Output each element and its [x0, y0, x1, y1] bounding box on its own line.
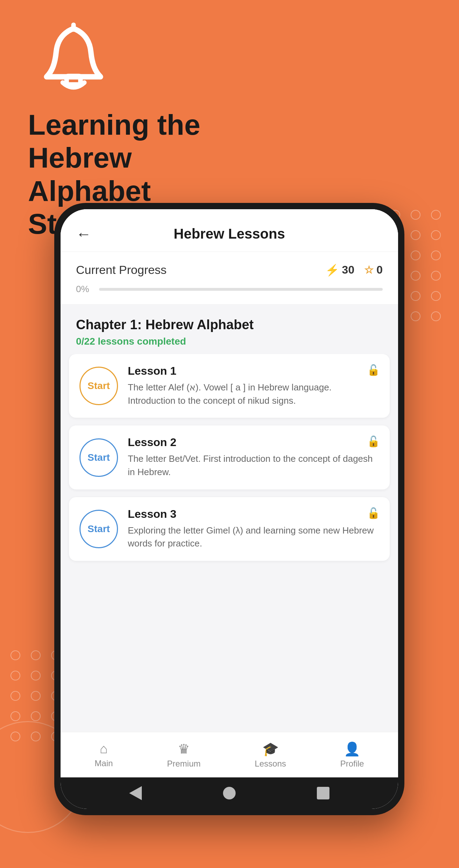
headline-line1: Learning the: [28, 109, 200, 141]
screen-title: Hebrew Lessons: [174, 226, 285, 242]
android-nav-bar: [61, 777, 398, 809]
progress-label: Current Progress: [76, 263, 167, 277]
progress-bar: [99, 288, 383, 291]
star-icon: ☆: [364, 264, 374, 276]
lesson-2-lock-icon: 🔓: [367, 435, 380, 447]
lesson-3-desc: Exploring the letter Gimel (λ) and learn…: [128, 524, 379, 550]
bottom-nav: ⌂ Main ♛ Premium 🎓 Lessons 👤 Profile: [61, 732, 398, 777]
nav-label-profile: Profile: [340, 759, 364, 769]
back-button[interactable]: ←: [76, 225, 91, 243]
chapter-section: Chapter 1: Hebrew Alphabet 0/22 lessons …: [61, 305, 398, 354]
lesson-1-desc: The letter Alef (א). Vowel [ a ] in Hebr…: [128, 381, 379, 407]
lesson-card-1: Start Lesson 1 The letter Alef (א). Vowe…: [69, 354, 390, 418]
phone-mockup: ← Hebrew Lessons Current Progress ⚡ 30: [54, 203, 404, 815]
bolt-icon: ⚡: [325, 263, 339, 277]
bell-icon: [35, 21, 112, 99]
profile-icon: 👤: [344, 741, 360, 757]
lesson-card-3: Start Lesson 3 Exploring the letter Gime…: [69, 497, 390, 561]
lesson-3-info: Lesson 3 Exploring the letter Gimel (λ) …: [128, 508, 379, 550]
nav-item-lessons[interactable]: 🎓 Lessons: [248, 738, 293, 772]
nav-label-main: Main: [95, 758, 113, 768]
lesson-3-title: Lesson 3: [128, 508, 379, 521]
screen-header: ← Hebrew Lessons: [61, 209, 398, 252]
lesson-1-title: Lesson 1: [128, 365, 379, 377]
home-icon: ⌂: [100, 741, 108, 756]
lesson-1-lock-icon: 🔓: [367, 364, 380, 376]
nav-label-lessons: Lessons: [255, 759, 286, 769]
nav-item-premium[interactable]: ♛ Premium: [160, 738, 208, 772]
nav-label-premium: Premium: [167, 759, 201, 769]
android-recents-button[interactable]: [317, 787, 329, 799]
chapter-title: Chapter 1: Hebrew Alphabet: [76, 317, 383, 332]
lesson-2-info: Lesson 2 The letter Bet/Vet. First intro…: [128, 436, 379, 479]
lesson-1-start-button[interactable]: Start: [79, 367, 118, 405]
crown-icon: ♛: [178, 741, 190, 757]
lesson-2-desc: The letter Bet/Vet. First introduction t…: [128, 452, 379, 479]
lesson-card-2: Start Lesson 2 The letter Bet/Vet. First…: [69, 425, 390, 489]
android-home-button[interactable]: [223, 787, 236, 799]
progress-percent: 0%: [76, 284, 93, 295]
chapter-progress: 0/22 lessons completed: [76, 336, 383, 347]
lesson-1-info: Lesson 1 The letter Alef (א). Vowel [ a …: [128, 365, 379, 407]
progress-section: Current Progress ⚡ 30 ☆ 0: [61, 252, 398, 305]
headline-line2: Hebrew Alphabet: [28, 142, 151, 206]
lesson-3-lock-icon: 🔓: [367, 507, 380, 519]
android-back-button[interactable]: [129, 786, 142, 800]
lesson-2-start-button[interactable]: Start: [79, 438, 118, 477]
lessons-list: Start Lesson 1 The letter Alef (א). Vowe…: [61, 354, 398, 732]
lesson-2-title: Lesson 2: [128, 436, 379, 449]
lesson-3-start-button[interactable]: Start: [79, 510, 118, 548]
bolt-stat: ⚡ 30: [325, 263, 355, 277]
lessons-icon: 🎓: [262, 741, 279, 757]
bolt-count: 30: [342, 263, 355, 276]
svg-rect-0: [67, 76, 81, 84]
star-count: 0: [376, 263, 383, 276]
screen-content: ← Hebrew Lessons Current Progress ⚡ 30: [61, 209, 398, 777]
nav-item-main[interactable]: ⌂ Main: [88, 738, 120, 772]
nav-item-profile[interactable]: 👤 Profile: [333, 738, 371, 772]
progress-bar-container: 0%: [76, 284, 383, 295]
progress-stats: ⚡ 30 ☆ 0: [325, 263, 383, 277]
star-stat: ☆ 0: [364, 263, 383, 276]
